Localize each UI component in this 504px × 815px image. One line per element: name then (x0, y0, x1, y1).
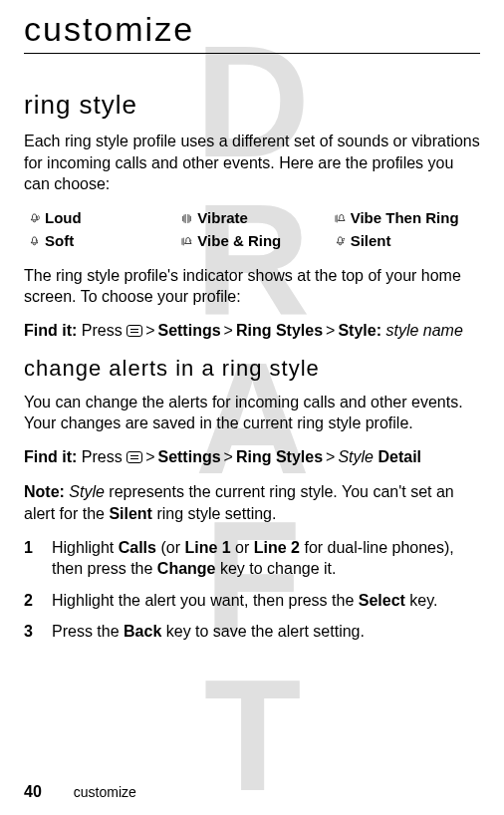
path-ring-styles: Ring Styles (236, 448, 323, 465)
step-item: 1Highlight Calls (or Line 1 or Line 2 fo… (24, 537, 480, 580)
page-footer: 40 customize (24, 783, 136, 801)
findit-prefix: Find it: (24, 322, 77, 339)
find-it-1: Find it: Press >Settings>Ring Styles>Sty… (24, 320, 480, 342)
step-number: 1 (24, 537, 38, 580)
bell-silent-icon: z (334, 234, 347, 247)
note-silent: Silent (109, 505, 152, 522)
page-title: customize (24, 10, 480, 49)
note-style-italic: Style (69, 483, 105, 500)
section-heading-ring-style: ring style (24, 90, 480, 121)
section-heading-change-alerts: change alerts in a ring style (24, 356, 480, 382)
page-number: 40 (24, 783, 42, 801)
step-item: 2Highlight the alert you want, then pres… (24, 590, 480, 612)
menu-key-icon (126, 451, 142, 463)
menu-key-icon (126, 325, 142, 337)
steps-list: 1Highlight Calls (or Line 1 or Line 2 fo… (24, 537, 480, 643)
intro-text: Each ring style profile uses a different… (24, 131, 480, 195)
after-profiles-text: The ring style profile's indicator shows… (24, 265, 480, 308)
step-text: Press the Back key to save the alert set… (52, 621, 365, 643)
profiles-grid: Loud Vibrate Vibe Then Ring Soft Vibe & … (24, 207, 480, 251)
step-item: 3Press the Back key to save the alert se… (24, 621, 480, 643)
step-number: 2 (24, 590, 38, 612)
profile-loud: Loud (28, 209, 170, 226)
profile-label: Loud (45, 209, 82, 226)
vibe-then-ring-icon (334, 211, 347, 224)
profile-silent: z Silent (334, 232, 476, 249)
findit-press: Press (82, 448, 123, 465)
title-rule (24, 53, 480, 54)
footer-section-name: customize (74, 784, 136, 800)
path-detail: Detail (378, 448, 421, 465)
profile-label: Vibe Then Ring (351, 209, 459, 226)
profile-label: Silent (351, 232, 391, 249)
bell-loud-icon (28, 211, 41, 224)
profile-vibe-then-ring: Vibe Then Ring (334, 209, 476, 226)
note-after: ring style setting. (152, 505, 277, 522)
profile-vibe-and-ring: Vibe & Ring (180, 232, 323, 249)
profile-vibrate: Vibrate (180, 209, 323, 226)
profile-label: Vibe & Ring (197, 232, 281, 249)
findit-press: Press (82, 322, 123, 339)
path-style-italic: Style (338, 448, 374, 465)
profile-soft: Soft (28, 232, 170, 249)
findit-prefix: Find it: (24, 448, 77, 465)
path-settings: Settings (157, 322, 220, 339)
profile-label: Vibrate (197, 209, 248, 226)
svg-text:z: z (343, 237, 346, 242)
vibe-and-ring-icon (180, 234, 193, 247)
step-text: Highlight the alert you want, then press… (52, 590, 437, 612)
bell-soft-icon (28, 234, 41, 247)
step-text: Highlight Calls (or Line 1 or Line 2 for… (52, 537, 480, 580)
find-it-2: Find it: Press >Settings>Ring Styles>Sty… (24, 446, 480, 468)
path-settings: Settings (157, 448, 220, 465)
profile-label: Soft (45, 232, 74, 249)
vibrate-icon (180, 211, 193, 224)
note-prefix: Note: (24, 483, 65, 500)
step-number: 3 (24, 621, 38, 643)
path-ring-styles: Ring Styles (236, 322, 323, 339)
change-alerts-intro: You can change the alerts for incoming c… (24, 392, 480, 434)
note-text: Note: Style represents the current ring … (24, 481, 480, 524)
path-style-name: style name (385, 322, 462, 339)
path-style-label: Style: (338, 322, 381, 339)
